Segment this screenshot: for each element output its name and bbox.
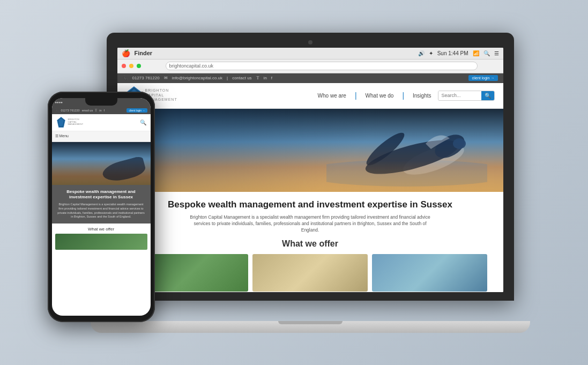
browser-bar: brightoncapital.co.uk [117,59,503,73]
macos-bluetooth-icon: ✦ [429,50,433,56]
topbar-email[interactable]: info@brightoncapital.co.uk [172,76,222,80]
browser-url-text: brightoncapital.co.uk [169,63,214,69]
phone-logo-sub: MANAGEMENT [68,123,84,125]
offer-cards [133,254,487,292]
search-button[interactable]: 🔍 [481,91,494,100]
topbar-twitter-icon[interactable]: 𝕋 [256,76,259,80]
search-input[interactable] [438,91,481,100]
topbar-phone-icon: 📞 [123,76,128,80]
topbar-contact[interactable]: contact us [232,76,251,80]
site-description: Brighton Capital Management is a special… [187,214,434,234]
apple-icon: 🍎 [122,49,130,57]
browser-url-bar[interactable]: brightoncapital.co.uk [166,62,478,70]
laptop-camera [308,40,312,44]
phone-headline: Bespoke wealth management and investment… [57,189,145,200]
phone-search-icon[interactable]: 🔍 [140,120,146,125]
phone-social-f: f [103,109,105,112]
macos-search-icon[interactable]: 🔍 [483,50,490,56]
site-nav-links: Who we are | What we do | Insights [318,91,431,100]
topbar-right: client login → [468,76,497,80]
laptop-base [91,321,530,333]
laptop-body: 🍎 Finder 🔊 ✦ Sun 1:44 PM 📶 🔍 ☰ brightonc… [107,33,514,301]
phone-client-btn[interactable]: client login → [126,108,147,113]
phone-body: ●●●● 📞 01273 761220 email us 𝕋 in f clie… [48,92,155,322]
phone-hero [52,142,151,185]
phone-screen: ●●●● 📞 01273 761220 email us 𝕋 in f clie… [52,98,151,316]
phone-offer-title: What we offer [52,224,151,234]
nav-divider-1: | [355,91,357,100]
finder-label: Finder [135,50,153,56]
nav-link-insights[interactable]: Insights [413,93,431,99]
offer-card-2[interactable] [252,254,368,292]
phone-logo-text: BRIGHTON CAPITAL MANAGEMENT [68,118,84,125]
browser-dot-yellow[interactable] [129,64,133,68]
phone-social-t: 𝕋 [95,109,97,112]
site-headline: Bespoke wealth management and investment… [133,199,487,210]
site-hero [117,109,503,192]
phone-logo-diamond [56,116,66,128]
what-we-offer-title: What we offer [133,239,487,249]
svg-point-9 [453,138,466,149]
phone-notch [85,98,117,106]
macos-volume-icon: 🔊 [418,50,425,56]
macos-right: 🔊 ✦ Sun 1:44 PM 📶 🔍 ☰ [418,50,499,56]
phone-phone-icon: 📞 [55,109,59,112]
browser-dot-red[interactable] [122,64,126,68]
phone-phone-number: 01273 761220 [61,109,80,112]
macos-bar: 🍎 Finder 🔊 ✦ Sun 1:44 PM 📶 🔍 ☰ [117,48,503,59]
nav-link-what[interactable]: What we do [366,93,394,99]
browser-dot-green[interactable] [137,64,141,68]
topbar-phone: 01273 761220 [132,76,160,80]
site-topbar: 📞 01273 761220 ✉ info@brightoncapital.co… [117,73,503,83]
laptop-screen: 🍎 Finder 🔊 ✦ Sun 1:44 PM 📶 🔍 ☰ brightonc… [117,48,503,292]
nav-link-who[interactable]: Who we are [318,93,346,99]
phone-content: Bespoke wealth management and investment… [52,185,151,224]
site-nav: BRIGHTON CAPITAL MANAGEMENT Who we are |… [117,83,503,109]
phone-signal: ●●●● [55,101,63,104]
phone-wrap: ●●●● 📞 01273 761220 email us 𝕋 in f clie… [48,92,155,322]
site-content: Bespoke wealth management and investment… [117,192,503,292]
topbar-facebook-icon[interactable]: f [271,76,272,80]
macos-menu-icon[interactable]: ☰ [494,50,499,56]
site-search: 🔍 [438,91,495,101]
topbar-pipe: | [227,76,228,80]
phone-menu-bar: ☰ Menu [52,131,151,142]
offer-card-3[interactable] [372,254,487,292]
phone-topbar: 📞 01273 761220 email us 𝕋 in f client lo… [52,107,151,114]
phone-description: Brighton Capital Management is a special… [57,203,145,219]
phone-email-link[interactable]: email us [82,109,93,112]
macos-time: Sun 1:44 PM [437,50,468,56]
macos-wifi-icon: 📶 [473,50,479,56]
phone-social-in: in [99,109,101,112]
phone-card-1 [55,234,147,250]
client-login-btn[interactable]: client login → [468,75,497,81]
topbar-linkedin-icon[interactable]: in [264,76,267,80]
phone-nav: BRIGHTON CAPITAL MANAGEMENT 🔍 [52,114,151,131]
phone-offer-section: What we offer [52,224,151,250]
nav-divider-2: | [402,91,404,100]
phone-menu-label[interactable]: ☰ Menu [55,134,69,138]
laptop-wrap: ●●●● 📞 01273 761220 email us 𝕋 in f clie… [107,33,514,333]
phone-cards [52,234,151,250]
topbar-email-icon: ✉ [164,76,168,80]
